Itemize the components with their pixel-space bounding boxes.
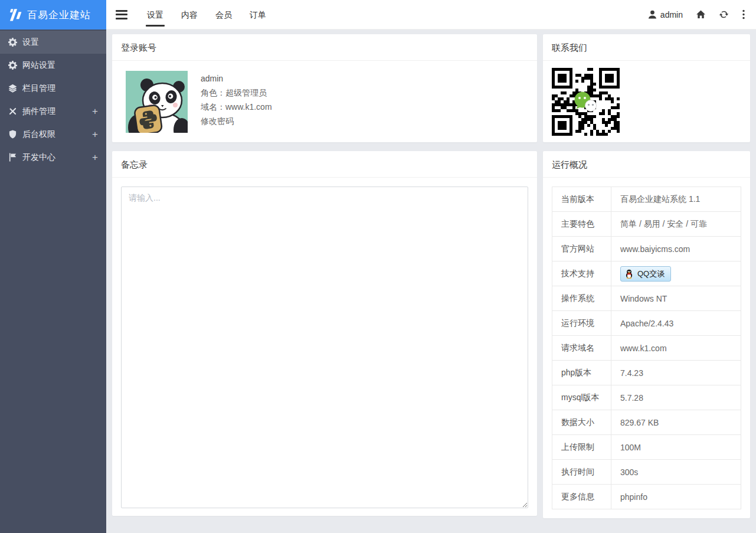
table-row: 官方网站 www.baiyicms.com <box>552 237 741 261</box>
account-username: admin <box>201 71 272 86</box>
sidebar-item-dev-center[interactable]: 开发中心 + <box>0 146 106 169</box>
stat-label: 当前版本 <box>552 187 611 212</box>
more-kebab-icon[interactable] <box>742 9 745 19</box>
sidebar-item-label: 设置 <box>22 37 39 48</box>
sidebar-item-site-settings[interactable]: 网站设置 <box>0 54 106 77</box>
sidebar: 设置 网站设置 栏目管理 插件管理 + 后台权限 + 开发中心 + <box>0 30 106 533</box>
flag-icon <box>8 153 17 162</box>
gear-icon <box>8 61 17 70</box>
stat-label: 数据大小 <box>552 410 611 435</box>
change-password-link[interactable]: 修改密码 <box>201 114 272 128</box>
card-title: 联系我们 <box>543 34 750 61</box>
top-navigation: 设置 内容 会员 订单 <box>138 0 275 30</box>
stat-label: 上传限制 <box>552 435 611 460</box>
sidebar-item-admin-permissions[interactable]: 后台权限 + <box>0 123 106 146</box>
shield-icon <box>8 130 17 139</box>
table-row: 请求域名 www.k1.com <box>552 336 741 361</box>
expand-plus-icon[interactable]: + <box>92 152 98 162</box>
stat-label: 请求域名 <box>552 336 611 361</box>
topbar-right: admin <box>647 9 756 19</box>
table-row: php版本 7.4.23 <box>552 361 741 385</box>
stat-value: 百易企业建站系统 1.1 <box>611 187 741 212</box>
topbar-main: 设置 内容 会员 订单 admin <box>106 0 756 30</box>
expand-plus-icon[interactable]: + <box>92 129 98 139</box>
stats-table: 当前版本 百易企业建站系统 1.1 主要特色 简单 / 易用 / 安全 / 可靠… <box>552 187 741 509</box>
avatar <box>126 71 188 133</box>
official-site-value: www.baiyicms.com <box>611 237 741 261</box>
stat-value: Windows NT <box>611 286 741 311</box>
layers-icon <box>8 84 17 93</box>
stat-value: 5.7.28 <box>611 385 741 410</box>
stat-value: 300s <box>611 460 741 485</box>
wechat-qr-code <box>552 68 620 136</box>
tab-members[interactable]: 会员 <box>207 0 241 30</box>
stat-value: Apache/2.4.43 <box>611 311 741 336</box>
memo-textarea[interactable] <box>121 187 528 508</box>
qq-chat-label: QQ交谈 <box>637 269 665 279</box>
qq-chat-button[interactable]: QQ交谈 <box>620 266 671 282</box>
table-row: 更多信息 phpinfo <box>552 485 741 509</box>
stat-label: php版本 <box>552 361 611 385</box>
login-account-card: 登录账号 <box>112 34 537 142</box>
stat-label: 操作系统 <box>552 286 611 311</box>
expand-plus-icon[interactable]: + <box>92 106 98 116</box>
account-role: 角色：超级管理员 <box>201 86 272 100</box>
gear-icon <box>8 38 17 47</box>
table-row: 当前版本 百易企业建站系统 1.1 <box>552 187 741 212</box>
user-label: admin <box>660 10 683 19</box>
tab-orders[interactable]: 订单 <box>241 0 275 30</box>
sidebar-item-settings[interactable]: 设置 <box>0 31 106 54</box>
sidebar-item-label: 插件管理 <box>22 106 55 117</box>
stat-value: 7.4.23 <box>611 361 741 385</box>
card-title: 运行概况 <box>543 151 750 178</box>
contact-card: 联系我们 <box>543 34 750 142</box>
stat-value: 简单 / 易用 / 安全 / 可靠 <box>611 212 741 237</box>
main-content: 登录账号 <box>106 30 756 533</box>
brand-logo[interactable]: 百易企业建站 <box>0 0 106 30</box>
phpinfo-link[interactable]: phpinfo <box>611 485 741 509</box>
table-row: mysql版本 5.7.28 <box>552 385 741 410</box>
user-menu[interactable]: admin <box>647 9 683 19</box>
sidebar-item-label: 网站设置 <box>22 60 55 71</box>
stat-label: 技术支持 <box>552 261 611 286</box>
stat-label: 更多信息 <box>552 485 611 509</box>
table-row: 上传限制 100M <box>552 435 741 460</box>
account-domain: 域名：www.k1.com <box>201 100 272 114</box>
refresh-icon[interactable] <box>719 9 729 19</box>
home-icon[interactable] <box>696 9 706 19</box>
table-row: 操作系统 Windows NT <box>552 286 741 311</box>
stat-label: 官方网站 <box>552 237 611 261</box>
sidebar-item-label: 开发中心 <box>22 152 55 163</box>
hamburger-menu-icon[interactable] <box>116 10 127 19</box>
stat-label: mysql版本 <box>552 385 611 410</box>
tab-content[interactable]: 内容 <box>172 0 207 30</box>
sidebar-item-column-management[interactable]: 栏目管理 <box>0 77 106 100</box>
stat-value: www.k1.com <box>611 336 741 361</box>
crossed-tools-icon <box>8 107 17 116</box>
table-row: 运行环境 Apache/2.4.43 <box>552 311 741 336</box>
stat-label: 运行环境 <box>552 311 611 336</box>
table-row: 执行时间 300s <box>552 460 741 485</box>
sidebar-item-plugin-management[interactable]: 插件管理 + <box>0 100 106 123</box>
run-overview-card: 运行概况 当前版本 百易企业建站系统 1.1 主要特色 简单 / 易用 / 安全… <box>543 151 750 518</box>
brand-title: 百易企业建站 <box>27 8 91 22</box>
user-icon <box>647 9 657 19</box>
table-row: 技术支持 QQ交谈 <box>552 261 741 286</box>
stat-label: 主要特色 <box>552 212 611 237</box>
brand-lightning-icon <box>7 6 22 23</box>
stat-value: 100M <box>611 435 741 460</box>
sidebar-item-label: 后台权限 <box>22 129 55 140</box>
memo-card: 备忘录 <box>112 151 537 516</box>
card-title: 备忘录 <box>112 151 537 178</box>
qq-penguin-icon <box>624 269 634 279</box>
sidebar-item-label: 栏目管理 <box>22 83 55 94</box>
topbar: 百易企业建站 设置 内容 会员 订单 admin <box>0 0 756 30</box>
card-title: 登录账号 <box>112 34 537 61</box>
table-row: 主要特色 简单 / 易用 / 安全 / 可靠 <box>552 212 741 237</box>
stat-label: 执行时间 <box>552 460 611 485</box>
tab-settings[interactable]: 设置 <box>138 0 172 30</box>
table-row: 数据大小 829.67 KB <box>552 410 741 435</box>
stat-value: 829.67 KB <box>611 410 741 435</box>
